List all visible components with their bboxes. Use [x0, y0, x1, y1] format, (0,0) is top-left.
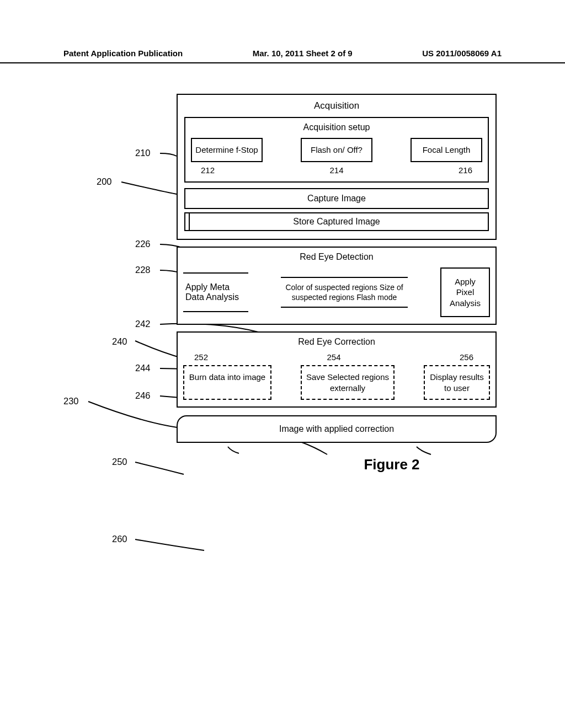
- label-226: 226: [135, 239, 151, 249]
- burn-box: Burn data into image: [183, 365, 271, 400]
- correction-title: Red Eye Correction: [183, 337, 490, 347]
- setup-row: Determine f-Stop Flash on/ Off? Focal Le…: [191, 138, 482, 162]
- meta-hex: Apply Meta Data Analysis: [183, 272, 248, 312]
- arrow-info: Color of suspected regions Size of suspe…: [281, 277, 408, 308]
- setup-title: Acquisition setup: [191, 122, 482, 132]
- label-260: 260: [112, 534, 127, 544]
- label-200: 200: [97, 176, 112, 187]
- label-212: 212: [201, 165, 215, 175]
- capture-image-box: Capture Image: [184, 188, 489, 209]
- label-216: 216: [459, 165, 472, 175]
- label-256: 256: [460, 352, 473, 362]
- correction-labels: 252 254 256: [183, 352, 490, 362]
- fstop-box: Determine f-Stop: [191, 138, 263, 162]
- figure-label: Figure 2: [287, 456, 497, 473]
- acquisition-title: Acquisition: [184, 100, 489, 111]
- correction-block: Red Eye Correction 252 254 256 Burn data…: [177, 331, 497, 408]
- flash-box: Flash on/ Off?: [301, 138, 372, 162]
- label-244: 244: [135, 363, 151, 373]
- label-210: 210: [135, 148, 151, 158]
- detection-title: Red Eye Detection: [183, 252, 490, 262]
- detection-row: Apply Meta Data Analysis Color of suspec…: [183, 267, 490, 318]
- label-230: 230: [63, 396, 79, 406]
- acquisition-setup: Acquisition setup Determine f-Stop Flash…: [184, 117, 489, 183]
- label-240: 240: [112, 336, 127, 347]
- header-left: Patent Application Publication: [63, 49, 183, 58]
- diagram: 210 200 226 228 242 240 244 230 246 250 …: [63, 94, 515, 473]
- label-250: 250: [112, 457, 127, 467]
- header-right: US 2011/0058069 A1: [422, 49, 502, 58]
- main-flow: Acquisition Acquisition setup Determine …: [177, 94, 497, 473]
- label-228: 228: [135, 265, 151, 275]
- label-246: 246: [135, 390, 151, 401]
- display-box: Display results to user: [424, 365, 490, 400]
- setup-labels: 212 214 216: [191, 162, 482, 175]
- focal-box: Focal Length: [411, 138, 482, 162]
- detection-block: Red Eye Detection Apply Meta Data Analys…: [177, 247, 497, 325]
- label-214: 214: [329, 165, 343, 175]
- label-254: 254: [327, 352, 340, 362]
- acquisition-block: Acquisition Acquisition setup Determine …: [177, 94, 497, 240]
- dashed-row: Burn data into image Save Selected regio…: [183, 365, 490, 400]
- save-box: Save Selected regions externally: [301, 365, 395, 400]
- output-box: Image with applied correction: [177, 415, 497, 443]
- store-image-box: Store Captured Image: [184, 212, 489, 231]
- label-242: 242: [135, 319, 151, 329]
- header-center: Mar. 10, 2011 Sheet 2 of 9: [253, 49, 353, 58]
- pixel-box: Apply Pixel Analysis: [440, 267, 490, 318]
- label-252: 252: [194, 352, 208, 362]
- page-header: Patent Application Publication Mar. 10, …: [0, 49, 565, 63]
